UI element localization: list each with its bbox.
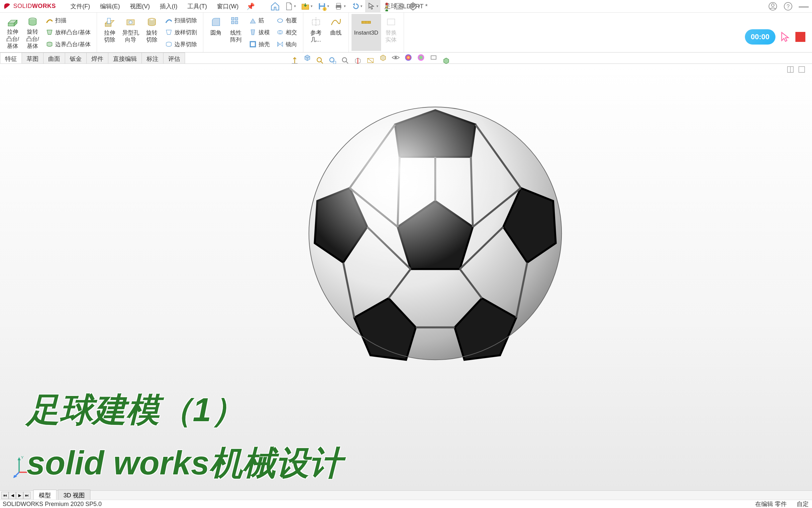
tab-annotate[interactable]: 标注 bbox=[142, 52, 163, 64]
overlay-title: 足球建模（1） solid works机械设计 bbox=[27, 383, 342, 490]
document-title: 足球.SLDPRT * bbox=[384, 2, 428, 11]
status-product: SOLIDWORKS Premium 2020 SP5.0 bbox=[3, 501, 102, 508]
revolve-boss-button[interactable]: 旋转 凸台/ 基体 bbox=[22, 14, 43, 51]
menubar: 文件(F) 编辑(E) 视图(V) 插入(I) 工具(T) 窗口(W) bbox=[66, 0, 243, 12]
titlebar-right: ? — bbox=[768, 1, 809, 12]
svg-rect-60 bbox=[431, 56, 436, 59]
overlay-line2: solid works机械设计 bbox=[27, 436, 342, 490]
revolve-cut-button[interactable]: 旋转 切除 bbox=[142, 14, 162, 51]
wrap-button[interactable]: 包覆 bbox=[275, 16, 298, 25]
menu-tools[interactable]: 工具(T) bbox=[183, 0, 211, 12]
select-button[interactable]: ▾ bbox=[365, 0, 380, 13]
tab-features[interactable]: 特征 bbox=[0, 52, 22, 64]
menu-edit[interactable]: 编辑(E) bbox=[95, 0, 125, 12]
hole-wizard-button[interactable]: 异型孔 向导 bbox=[120, 14, 142, 51]
minimize-icon[interactable]: — bbox=[799, 1, 809, 12]
solidworks-logo-icon bbox=[3, 2, 11, 10]
extrude-boss-button[interactable]: 拉伸 凸台/ 基体 bbox=[3, 14, 22, 51]
help-icon[interactable]: ? bbox=[783, 2, 793, 11]
save-button[interactable]: !▾ bbox=[315, 0, 331, 13]
menu-file[interactable]: 文件(F) bbox=[66, 0, 95, 12]
tab-nav-last[interactable]: ⏭ bbox=[23, 492, 31, 499]
svg-rect-54 bbox=[333, 61, 336, 64]
ribbon: 拉伸 凸台/ 基体 旋转 凸台/ 基体 扫描 放样凸台/基体 边界凸台/基体 拉… bbox=[0, 13, 812, 52]
bottom-tab-3dview[interactable]: 3D 视图 bbox=[58, 490, 90, 501]
tab-nav-next[interactable]: ▶ bbox=[16, 492, 23, 499]
curves-button[interactable]: 曲线 bbox=[326, 14, 346, 51]
fillet-button[interactable]: 圆角 bbox=[206, 14, 226, 51]
svg-text:?: ? bbox=[786, 3, 790, 9]
boundary-cut-button[interactable]: 边界切除 bbox=[164, 40, 198, 49]
tab-sheetmetal[interactable]: 钣金 bbox=[65, 52, 87, 64]
intersect-button[interactable]: 相交 bbox=[275, 28, 298, 37]
mirror-button[interactable]: 镜向 bbox=[275, 40, 298, 49]
app-logo: SOLIDWORKS bbox=[0, 2, 59, 10]
new-button[interactable]: ▾ bbox=[283, 0, 298, 13]
loft-cut-button[interactable]: 放样切割 bbox=[164, 28, 198, 37]
svg-rect-48 bbox=[387, 19, 395, 25]
cut-group: 拉伸 切除 异型孔 向导 旋转 切除 扫描切除 放样切割 边界切除 bbox=[97, 13, 203, 52]
sweep-cut-button[interactable]: 扫描切除 bbox=[164, 16, 198, 25]
rib-button[interactable]: 筋 bbox=[248, 16, 271, 25]
user-icon[interactable] bbox=[768, 2, 777, 11]
svg-point-58 bbox=[405, 54, 412, 61]
svg-rect-63 bbox=[799, 67, 805, 73]
print-button[interactable]: ▾ bbox=[332, 0, 348, 13]
svg-point-36 bbox=[277, 18, 282, 22]
graphics-viewport[interactable]: Y 足球建模（1） solid works机械设计 bbox=[0, 64, 812, 492]
viewport-split-icon[interactable] bbox=[787, 66, 794, 73]
ref-geometry-button[interactable]: 参考 几... bbox=[306, 14, 326, 51]
recorder-stop-button[interactable] bbox=[796, 32, 805, 42]
screen-recorder: 00:00 bbox=[745, 29, 805, 45]
svg-rect-35 bbox=[250, 42, 255, 47]
svg-rect-31 bbox=[231, 17, 234, 20]
sweep-button[interactable]: 扫描 bbox=[45, 16, 92, 25]
menu-view[interactable]: 视图(V) bbox=[125, 0, 154, 12]
tab-nav-prev[interactable]: ◀ bbox=[9, 492, 16, 499]
svg-text:Y: Y bbox=[21, 455, 23, 460]
home-button[interactable] bbox=[268, 0, 282, 13]
replace-body-button: 替换 实体 bbox=[381, 14, 401, 51]
menu-window[interactable]: 窗口(W) bbox=[212, 0, 243, 12]
tab-direct-edit[interactable]: 直接编辑 bbox=[108, 52, 142, 64]
status-mode: 在编辑 零件 bbox=[755, 500, 787, 508]
svg-rect-32 bbox=[235, 17, 238, 20]
boundary-boss-button[interactable]: 边界凸台/基体 bbox=[45, 40, 92, 49]
recorder-cursor-icon[interactable] bbox=[779, 31, 792, 43]
soccer-ball-model[interactable] bbox=[306, 104, 565, 363]
tab-evaluate[interactable]: 评估 bbox=[163, 52, 185, 64]
tab-sketch[interactable]: 草图 bbox=[21, 52, 44, 64]
tab-surface[interactable]: 曲面 bbox=[43, 52, 65, 64]
tab-nav-first[interactable]: ⏮ bbox=[1, 492, 9, 499]
svg-rect-41 bbox=[362, 21, 371, 24]
undo-button[interactable]: ▾ bbox=[348, 0, 365, 13]
svg-rect-33 bbox=[231, 21, 234, 24]
instant3d-button[interactable]: Instant3D bbox=[351, 14, 381, 51]
overlay-line1: 足球建模（1） bbox=[27, 383, 342, 436]
bottom-tab-bar: ⏮ ◀ ▶ ⏭ 模型 3D 视图 bbox=[0, 491, 812, 500]
linear-pattern-button[interactable]: 线性 阵列 bbox=[226, 14, 246, 51]
svg-point-22 bbox=[771, 4, 774, 6]
recorder-timer[interactable]: 00:00 bbox=[745, 29, 775, 45]
svg-rect-34 bbox=[235, 21, 238, 24]
svg-point-57 bbox=[395, 56, 397, 59]
svg-rect-7 bbox=[337, 7, 341, 9]
loft-boss-button[interactable]: 放样凸台/基体 bbox=[45, 28, 92, 37]
svg-rect-26 bbox=[107, 18, 110, 24]
pin-icon[interactable]: 📌 bbox=[243, 2, 258, 10]
status-custom: 自定 bbox=[797, 500, 809, 508]
bottom-tab-model[interactable]: 模型 bbox=[33, 490, 56, 501]
menu-insert[interactable]: 插入(I) bbox=[155, 0, 182, 12]
open-button[interactable]: ▾ bbox=[299, 0, 315, 13]
svg-point-65 bbox=[309, 107, 562, 360]
shell-button[interactable]: 抽壳 bbox=[248, 40, 271, 49]
statusbar: SOLIDWORKS Premium 2020 SP5.0 在编辑 零件 自定 bbox=[0, 500, 812, 508]
svg-rect-1 bbox=[320, 3, 324, 5]
extrude-cut-button[interactable]: 拉伸 切除 bbox=[100, 14, 120, 51]
tab-weldments[interactable]: 焊件 bbox=[86, 52, 108, 64]
command-manager-tabs: 特征 草图 曲面 钣金 焊件 直接编辑 标注 评估 ▾ ▾ ▾ ▾ ▾ ▾ bbox=[0, 52, 812, 64]
draft-button[interactable]: 拔模 bbox=[248, 28, 271, 37]
svg-line-52 bbox=[321, 61, 323, 64]
viewport-max-icon[interactable] bbox=[798, 66, 805, 73]
svg-point-30 bbox=[150, 19, 153, 20]
